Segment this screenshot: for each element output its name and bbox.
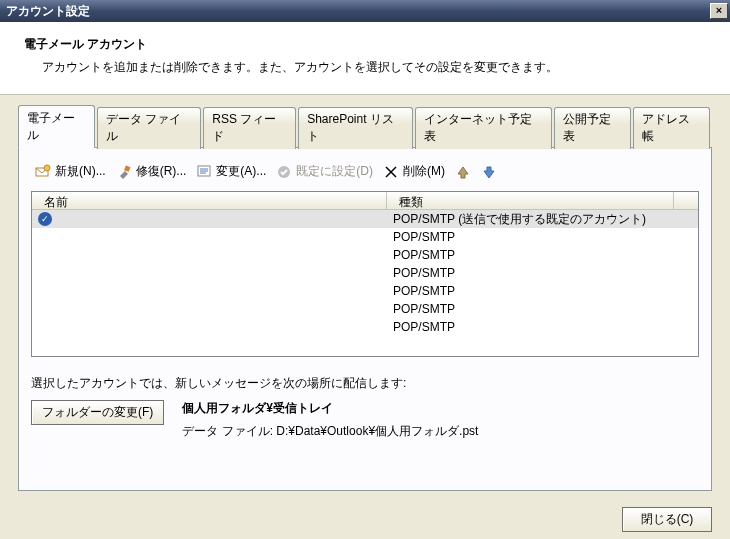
delivery-intro: 選択したアカウントでは、新しいメッセージを次の場所に配信します:: [31, 375, 699, 392]
header-title: 電子メール アカウント: [24, 36, 706, 53]
tab-2[interactable]: RSS フィード: [203, 107, 296, 149]
footer: 閉じる(C): [0, 491, 730, 532]
new-mail-icon: [35, 164, 51, 180]
account-row[interactable]: POP/SMTP: [32, 318, 698, 336]
account-row-name: ✓: [32, 212, 387, 226]
repair-icon: [116, 164, 132, 180]
header-description: アカウントを追加または削除できます。また、アカウントを選択してその設定を変更でき…: [42, 59, 706, 76]
window-close-button[interactable]: ×: [710, 3, 728, 19]
delete-icon: [383, 164, 399, 180]
account-row[interactable]: POP/SMTP: [32, 300, 698, 318]
change-folder-button[interactable]: フォルダーの変更(F): [31, 400, 164, 425]
arrow-down-icon: [481, 164, 497, 180]
svg-rect-2: [124, 165, 130, 171]
toolbar-set-default-button[interactable]: 既定に設定(D): [274, 162, 375, 181]
delivery-location: 個人用フォルダ¥受信トレイ: [182, 401, 333, 415]
delivery-section: 選択したアカウントでは、新しいメッセージを次の場所に配信します: フォルダーの変…: [31, 375, 699, 440]
toolbar-new-label: 新規(N)...: [55, 163, 106, 180]
arrow-up-icon: [455, 164, 471, 180]
toolbar-move-up-button[interactable]: [453, 163, 473, 181]
account-row[interactable]: ✓POP/SMTP (送信で使用する既定のアカウント): [32, 210, 698, 228]
tab-panel-email: 新規(N)... 修復(R)... 変更(A)... 既定に設定(D): [18, 147, 712, 491]
tab-6[interactable]: アドレス帳: [633, 107, 710, 149]
account-row-type: POP/SMTP: [387, 230, 698, 244]
delivery-datafile-path: データ ファイル: D:¥Data¥Outlook¥個人用フォルダ.pst: [182, 423, 478, 440]
account-row-type: POP/SMTP (送信で使用する既定のアカウント): [387, 211, 698, 228]
tabs: 電子メールデータ ファイルRSS フィードSharePoint リストインターネ…: [18, 106, 712, 148]
account-row[interactable]: POP/SMTP: [32, 228, 698, 246]
tab-5[interactable]: 公開予定表: [554, 107, 631, 149]
toolbar-set-default-label: 既定に設定(D): [296, 163, 373, 180]
window-title: アカウント設定: [6, 3, 90, 20]
tab-0[interactable]: 電子メール: [18, 105, 95, 148]
list-header: 名前 種類: [32, 192, 698, 210]
column-header-type[interactable]: 種類: [387, 192, 674, 209]
account-row[interactable]: POP/SMTP: [32, 282, 698, 300]
toolbar-new-button[interactable]: 新規(N)...: [33, 162, 108, 181]
svg-point-1: [44, 165, 50, 171]
account-row[interactable]: POP/SMTP: [32, 246, 698, 264]
account-list[interactable]: 名前 種類 ✓POP/SMTP (送信で使用する既定のアカウント)POP/SMT…: [31, 191, 699, 357]
titlebar: アカウント設定 ×: [0, 0, 730, 22]
body: 電子メールデータ ファイルRSS フィードSharePoint リストインターネ…: [0, 95, 730, 491]
toolbar-delete-label: 削除(M): [403, 163, 445, 180]
column-header-spacer: [674, 192, 698, 209]
toolbar-delete-button[interactable]: 削除(M): [381, 162, 447, 181]
delivery-info: 個人用フォルダ¥受信トレイ データ ファイル: D:¥Data¥Outlook¥…: [182, 400, 478, 440]
toolbar-change-button[interactable]: 変更(A)...: [194, 162, 268, 181]
account-row-type: POP/SMTP: [387, 320, 698, 334]
toolbar-repair-button[interactable]: 修復(R)...: [114, 162, 189, 181]
tab-1[interactable]: データ ファイル: [97, 107, 201, 149]
toolbar-change-label: 変更(A)...: [216, 163, 266, 180]
account-row-type: POP/SMTP: [387, 302, 698, 316]
account-row-type: POP/SMTP: [387, 284, 698, 298]
tab-4[interactable]: インターネット予定表: [415, 107, 551, 149]
set-default-icon: [276, 164, 292, 180]
toolbar-repair-label: 修復(R)...: [136, 163, 187, 180]
header: 電子メール アカウント アカウントを追加または削除できます。また、アカウントを選…: [0, 22, 730, 95]
tab-3[interactable]: SharePoint リスト: [298, 107, 413, 149]
column-header-name[interactable]: 名前: [32, 192, 387, 209]
account-row-type: POP/SMTP: [387, 248, 698, 262]
close-button[interactable]: 閉じる(C): [622, 507, 712, 532]
change-icon: [196, 164, 212, 180]
account-row-type: POP/SMTP: [387, 266, 698, 280]
account-row[interactable]: POP/SMTP: [32, 264, 698, 282]
toolbar: 新規(N)... 修復(R)... 変更(A)... 既定に設定(D): [31, 160, 699, 191]
default-account-icon: ✓: [38, 212, 52, 226]
toolbar-move-down-button[interactable]: [479, 163, 499, 181]
